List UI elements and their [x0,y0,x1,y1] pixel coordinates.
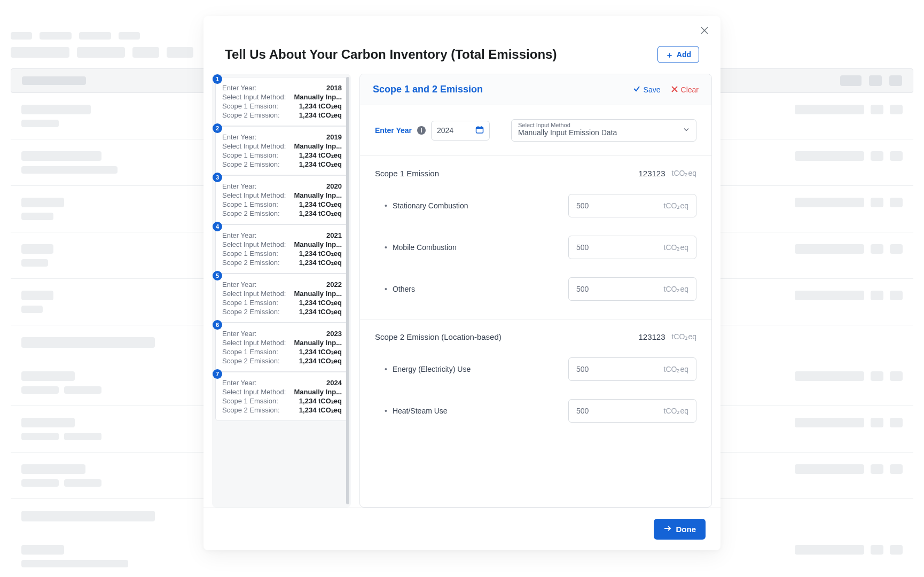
field-unit: tCO₂eq [664,201,688,210]
year-card-badge: 3 [213,173,222,182]
year-card-badge: 6 [213,320,222,330]
yc-year-value: 2018 [326,84,342,92]
yc-scope2-label: Scope 2 Emission: [222,160,280,168]
yc-method-label: Select Input Method: [222,339,286,347]
field-unit: tCO₂eq [664,285,688,293]
yc-scope2-label: Scope 2 Emission: [222,406,280,414]
close-icon [701,26,708,37]
year-card[interactable]: 4 Enter Year:2021 Select Input Method:Ma… [215,224,349,274]
year-card[interactable]: 5 Enter Year:2022 Select Input Method:Ma… [215,274,349,323]
yc-scope2-value: 1,234 tCO₂eq [299,160,342,168]
add-button[interactable]: ＋ Add [657,46,699,63]
input-method-select[interactable]: Select Input Method Manually Input Emiss… [511,119,696,142]
save-button[interactable]: Save [633,85,661,94]
info-icon[interactable]: i [417,126,426,135]
yc-scope1-value: 1,234 tCO₂eq [299,102,342,110]
yc-year-label: Enter Year: [222,133,256,141]
scope1-heading: Scope 1 Emission [375,169,439,178]
field-input[interactable] [576,365,640,373]
year-card-badge: 2 [213,123,222,133]
yc-year-value: 2021 [326,231,342,239]
yc-year-label: Enter Year: [222,330,256,338]
yc-method-label: Select Input Method: [222,290,286,298]
yc-scope1-label: Scope 1 Emssion: [222,249,278,258]
scope2-section: Scope 2 Emission (Location-based) 123123… [360,319,711,448]
field-input-wrap[interactable]: tCO₂eq [568,194,696,217]
close-button[interactable] [697,24,712,38]
year-card-badge: 5 [213,271,222,280]
field-label: Heat/Steam Use [385,407,448,415]
field-input-wrap[interactable]: tCO₂eq [568,236,696,259]
yc-scope1-value: 1,234 tCO₂eq [299,151,342,159]
scrollbar-thumb[interactable] [346,77,349,504]
yc-scope2-value: 1,234 tCO₂eq [299,357,342,365]
yc-method-value: Manually Inp... [294,388,342,396]
yc-scope2-value: 1,234 tCO₂eq [299,111,342,119]
yc-scope1-label: Scope 1 Emssion: [222,299,278,307]
yc-method-value: Manually Inp... [294,240,342,248]
yc-method-value: Manually Inp... [294,93,342,101]
scope2-total: 123123 [638,332,665,341]
yc-method-label: Select Input Method: [222,191,286,199]
plus-icon: ＋ [665,51,674,59]
field-input[interactable] [576,285,640,293]
add-button-label: Add [677,50,691,59]
year-field[interactable] [437,126,469,135]
yc-scope1-value: 1,234 tCO₂eq [299,397,342,405]
yc-scope2-label: Scope 2 Emission: [222,357,280,365]
field-input-wrap[interactable]: tCO₂eq [568,277,696,301]
scope1-total: 123123 [638,169,665,178]
yc-scope1-label: Scope 1 Emssion: [222,151,278,159]
carbon-inventory-modal: Tell Us About Your Carbon Inventory (Tot… [203,16,721,550]
year-card[interactable]: 1 Enter Year:2018 Select Input Method:Ma… [215,77,349,126]
year-card[interactable]: 6 Enter Year:2023 Select Input Method:Ma… [215,323,349,372]
field-input[interactable] [576,407,640,415]
year-card[interactable]: 7 Enter Year:2024 Select Input Method:Ma… [215,372,349,421]
scope1-field-row: Stationary Combustion tCO₂eq [375,189,696,230]
field-input-wrap[interactable]: tCO₂eq [568,399,696,423]
field-input-wrap[interactable]: tCO₂eq [568,357,696,381]
year-card[interactable]: 2 Enter Year:2019 Select Input Method:Ma… [215,126,349,175]
yc-scope2-label: Scope 2 Emission: [222,209,280,217]
field-label: Mobile Combustion [385,243,457,252]
yc-method-value: Manually Inp... [294,339,342,347]
yc-scope1-value: 1,234 tCO₂eq [299,200,342,208]
year-card-badge: 1 [213,74,222,84]
yc-scope2-label: Scope 2 Emission: [222,111,280,119]
yc-scope1-value: 1,234 tCO₂eq [299,348,342,356]
yc-method-label: Select Input Method: [222,240,286,248]
x-icon [671,85,678,94]
check-icon [633,85,640,94]
done-button[interactable]: Done [654,519,706,540]
yc-scope2-value: 1,234 tCO₂eq [299,308,342,316]
yc-year-label: Enter Year: [222,379,256,387]
scope2-heading: Scope 2 Emission (Location-based) [375,332,502,341]
year-card[interactable]: 3 Enter Year:2020 Select Input Method:Ma… [215,175,349,224]
field-input[interactable] [576,201,640,210]
yc-scope2-label: Scope 2 Emission: [222,308,280,316]
scope2-field-row: Energy (Electricity) Use tCO₂eq [375,352,696,394]
field-label: Others [385,285,415,293]
scope2-field-row: Heat/Steam Use tCO₂eq [375,394,696,435]
select-legend: Select Input Method [518,122,690,128]
yc-scope2-value: 1,234 tCO₂eq [299,259,342,267]
enter-year-label: Enter Year [375,126,412,135]
scope1-section: Scope 1 Emission 123123 tCO₂eq Stationar… [360,156,711,319]
field-input[interactable] [576,243,640,252]
yc-method-value: Manually Inp... [294,191,342,199]
done-label: Done [676,525,696,534]
year-list-panel: 1 Enter Year:2018 Select Input Method:Ma… [212,74,351,508]
yc-scope2-value: 1,234 tCO₂eq [299,406,342,414]
field-label: Stationary Combustion [385,201,468,210]
yc-year-value: 2022 [326,280,342,288]
clear-button[interactable]: Clear [671,85,699,94]
yc-method-value: Manually Inp... [294,142,342,150]
yc-scope2-value: 1,234 tCO₂eq [299,209,342,217]
yc-scope1-label: Scope 1 Emssion: [222,348,278,356]
field-unit: tCO₂eq [664,407,688,415]
field-label: Energy (Electricity) Use [385,365,471,373]
emission-form-panel: Scope 1 and 2 Emission Save Clear [359,74,712,508]
save-label: Save [644,85,661,94]
calendar-icon[interactable] [475,126,484,136]
year-input[interactable] [431,121,490,141]
